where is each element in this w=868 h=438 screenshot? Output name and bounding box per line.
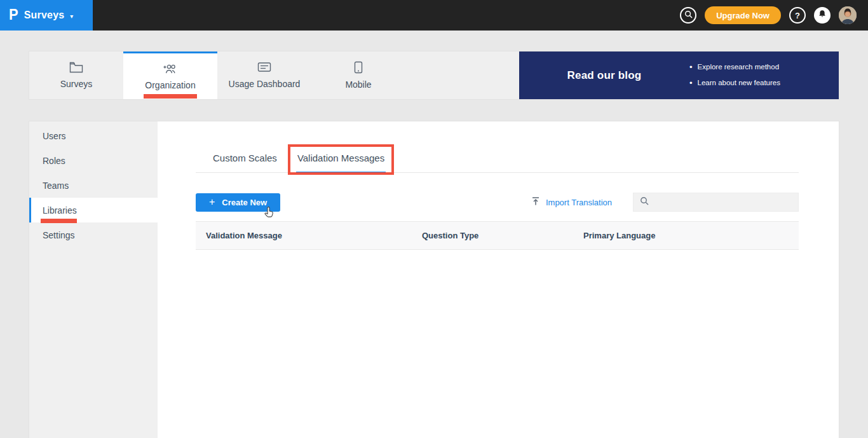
nav-tab-surveys[interactable]: Surveys: [29, 51, 123, 99]
blog-bullet: Learn about new features: [689, 76, 822, 92]
column-header-validation-message: Validation Message: [196, 231, 412, 240]
search-button[interactable]: [680, 7, 696, 24]
import-icon: [531, 196, 540, 208]
table-header-row: Validation Message Question Type Primary…: [196, 221, 799, 250]
search-input[interactable]: [654, 198, 792, 207]
product-name: Surveys: [24, 10, 65, 21]
folder-icon: [69, 62, 83, 73]
help-button[interactable]: ?: [789, 7, 806, 24]
search-icon: [640, 196, 649, 208]
sidebar-item-label: Settings: [43, 230, 75, 240]
blog-bullet: Explore research method: [689, 60, 822, 76]
libraries-content: Custom Scales Validation Messages + Crea…: [158, 121, 839, 438]
mobile-icon: [354, 61, 363, 74]
primary-nav: Surveys Organization Usage Dashboard Mob…: [29, 51, 839, 100]
tab-label: Custom Scales: [213, 153, 277, 163]
sidebar-item-settings[interactable]: Settings: [29, 222, 158, 247]
sidebar-item-label: Teams: [43, 181, 69, 191]
nav-tab-label: Organization: [145, 80, 195, 90]
people-plus-icon: [163, 63, 178, 74]
column-header-primary-language: Primary Language: [573, 231, 799, 240]
bell-icon: [818, 10, 827, 21]
avatar[interactable]: [839, 6, 857, 24]
sidebar-item-label: Libraries: [43, 205, 77, 216]
toolbar-right: Import Translation: [531, 193, 799, 212]
plus-icon: +: [209, 196, 215, 208]
nav-tab-label: Usage Dashboard: [229, 79, 301, 89]
tab-custom-scales[interactable]: Custom Scales: [212, 150, 278, 172]
question-mark-icon: ?: [795, 11, 800, 20]
table-search-box[interactable]: [633, 193, 799, 212]
notifications-button[interactable]: [814, 7, 831, 24]
nav-tab-usage-dashboard[interactable]: Usage Dashboard: [217, 51, 311, 99]
screen: P Surveys ▾ Upgrade Now ?: [0, 0, 868, 438]
brand-logo: P: [9, 8, 18, 22]
toolbar: + Create New Import Translation: [196, 193, 799, 212]
sidebar-item-libraries[interactable]: Libraries: [29, 198, 158, 222]
nav-tab-label: Surveys: [60, 79, 93, 89]
tab-validation-messages[interactable]: Validation Messages: [296, 150, 386, 173]
create-new-wrap: + Create New: [196, 193, 280, 212]
import-translation-link[interactable]: Import Translation: [531, 196, 612, 208]
library-tabs: Custom Scales Validation Messages: [196, 150, 799, 173]
nav-tab-mobile[interactable]: Mobile: [311, 51, 405, 99]
sidebar-item-roles[interactable]: Roles: [29, 148, 158, 173]
nav-tab-organization[interactable]: Organization: [123, 51, 217, 99]
sidebar-item-teams[interactable]: Teams: [29, 173, 158, 198]
tab-label: Validation Messages: [297, 153, 384, 163]
import-translation-label: Import Translation: [546, 198, 612, 207]
search-icon: [684, 10, 693, 20]
topbar-actions: Upgrade Now ?: [680, 6, 868, 24]
settings-sidebar: Users Roles Teams Libraries Settings: [29, 121, 158, 438]
sidebar-item-users[interactable]: Users: [29, 123, 158, 148]
main-card: Users Roles Teams Libraries Settings Cus…: [29, 121, 839, 438]
column-header-question-type: Question Type: [412, 231, 573, 240]
topbar: P Surveys ▾ Upgrade Now ?: [0, 0, 868, 31]
hand-cursor-icon: [264, 207, 273, 221]
blog-title: Read our blog: [519, 69, 689, 82]
upgrade-now-button[interactable]: Upgrade Now: [705, 6, 781, 24]
sidebar-item-label: Users: [43, 131, 66, 141]
nav-tab-label: Mobile: [345, 79, 371, 90]
blog-banner[interactable]: Read our blog Explore research method Le…: [519, 51, 839, 99]
sidebar-item-label: Roles: [43, 156, 65, 166]
annotation-underline-libraries: [41, 219, 77, 223]
chevron-down-icon: ▾: [70, 13, 73, 20]
annotation-underline-organization: [144, 94, 197, 99]
dashboard-icon: [257, 62, 271, 73]
create-new-label: Create New: [222, 198, 267, 207]
product-switcher[interactable]: P Surveys ▾: [0, 0, 93, 31]
blog-bullet-list: Explore research method Learn about new …: [689, 60, 839, 91]
